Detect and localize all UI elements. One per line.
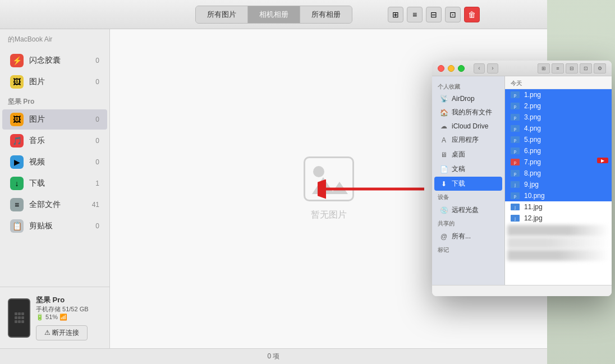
icon-view-button[interactable]: ⊞: [538, 63, 550, 73]
section-personal: 个人收藏: [432, 81, 504, 92]
file-icon-3: p: [511, 114, 520, 121]
finder-nav: ‹ ›: [474, 63, 498, 73]
section-tags: 标记: [432, 244, 504, 255]
tab-all-albums[interactable]: 所有相册: [300, 6, 352, 23]
file-name-12: 12.jpg: [524, 214, 543, 222]
file-icon-12: j: [511, 215, 520, 222]
today-header: 今天: [505, 76, 612, 89]
file-name-7: 7.png: [524, 158, 541, 166]
music-icon: 🎵: [10, 134, 24, 148]
file-1[interactable]: p 1.png: [505, 89, 612, 100]
device-info: 坚果 Pro 手机存储 51/52 GB 🔋 51% 📶 ⚠ 断开连接: [0, 287, 109, 348]
finder-item-airdrop[interactable]: 📡 AirDrop: [434, 93, 502, 105]
file-8[interactable]: p 8.png: [505, 168, 612, 179]
file-2[interactable]: p 2.png: [505, 100, 612, 112]
back-button[interactable]: ‹: [474, 63, 485, 73]
apps-icon: A: [440, 136, 448, 144]
file-5[interactable]: p 5.png: [505, 134, 612, 145]
file-name-6: 6.png: [524, 147, 541, 155]
photo-label: 图片: [29, 77, 90, 87]
file-name-2: 2.png: [524, 102, 541, 110]
device-row: 坚果 Pro 手机存储 51/52 GB 🔋 51% 📶 ⚠ 断开连接: [8, 295, 102, 340]
sidebar-item-photo2[interactable]: 🖼 图片 0: [2, 109, 107, 130]
finder-item-apps[interactable]: A 应用程序: [434, 133, 502, 147]
airdrop-icon: 📡: [440, 95, 448, 103]
section-shared: 共享的: [432, 218, 504, 229]
list-view-button2[interactable]: ≡: [552, 63, 564, 73]
sidebar-item-video[interactable]: ▶ 视频 0: [2, 152, 107, 172]
device-label: 的MacBook Air: [0, 29, 109, 50]
status-bar: 0 项: [0, 348, 547, 364]
column-view-button[interactable]: ⊟: [566, 63, 578, 73]
finder-item-allfiles[interactable]: 🏠 我的所有文件: [434, 105, 502, 119]
finder-more-button[interactable]: ⚙: [594, 63, 606, 73]
files-label: 全部文件: [29, 200, 86, 210]
download-count: 1: [95, 179, 99, 187]
finder-item-docs[interactable]: 📄 文稿: [434, 162, 502, 176]
file-10[interactable]: p 10.png: [505, 190, 612, 201]
video-label: 视频: [29, 157, 90, 167]
file-6[interactable]: p 6.png: [505, 145, 612, 156]
file-icon-7: p: [511, 159, 520, 165]
file-name-5: 5.png: [524, 136, 541, 144]
grid-view-button[interactable]: ⊞: [388, 7, 403, 22]
file-3[interactable]: p 3.png: [505, 112, 612, 123]
docs-label: 文稿: [452, 164, 465, 174]
placeholder-image-icon: [304, 156, 354, 201]
photo2-count: 0: [95, 116, 99, 123]
fullscreen-button[interactable]: [458, 65, 465, 72]
finder-item-remote[interactable]: 💿 远程光盘: [434, 203, 502, 217]
detail-view-button[interactable]: ⊟: [426, 7, 442, 22]
sidebar-item-download[interactable]: ↓ 下载 1: [2, 173, 107, 193]
device-storage: 手机存储 51/52 GB: [36, 305, 89, 314]
finder-item-all[interactable]: @ 所有...: [434, 229, 502, 243]
finder-titlebar: ‹ › ⊞ ≡ ⊟ ⊡ ⚙: [432, 61, 612, 76]
empty-text: 暂无图片: [311, 209, 347, 221]
docs-icon: 📄: [440, 165, 448, 173]
sidebar-item-photo[interactable]: 🖼 图片 0: [2, 72, 107, 92]
download-icon: ↓: [10, 177, 24, 190]
cover-view-button[interactable]: ⊡: [580, 63, 592, 73]
music-count: 0: [95, 137, 99, 145]
all-icon: @: [440, 233, 448, 241]
file-icon-10: p: [511, 192, 520, 199]
file-11[interactable]: j 11.jpg: [505, 201, 612, 213]
photo2-icon: 🖼: [10, 113, 24, 126]
delete-button[interactable]: 🗑: [464, 7, 480, 22]
file-icon-9: j: [511, 181, 520, 188]
sidebar-item-files[interactable]: ≡ 全部文件 41: [2, 195, 107, 215]
tab-camera-roll[interactable]: 相机相册: [248, 6, 300, 23]
minimize-button[interactable]: [448, 65, 455, 72]
file-7[interactable]: p 7.png ▶: [505, 156, 612, 168]
finder-item-downloads[interactable]: ⬇ 下载: [434, 177, 502, 191]
sidebar: 的MacBook Air ⚡ 闪念胶囊 0 🖼 图片 0 坚果 Pro 🖼 图片…: [0, 29, 110, 348]
sidebar-item-music[interactable]: 🎵 音乐 0: [2, 131, 107, 151]
file-icon-11: j: [511, 204, 520, 210]
finder-footer: [432, 285, 612, 296]
sidebar-item-flash[interactable]: ⚡ 闪念胶囊 0: [2, 50, 107, 71]
file-icon-4: p: [511, 125, 520, 132]
sidebar-item-clipboard[interactable]: 📋 剪贴板 0: [2, 216, 107, 236]
tab-all-photos[interactable]: 所有图片: [196, 6, 248, 23]
finder-item-icloud[interactable]: ☁ iCloud Drive: [434, 120, 502, 132]
file-7-indicator: ▶: [597, 158, 608, 163]
flash-label: 闪念胶囊: [29, 56, 90, 66]
all-label: 所有...: [452, 232, 471, 241]
file-4[interactable]: p 4.png: [505, 123, 612, 134]
split-view-button[interactable]: ⊡: [445, 7, 461, 22]
files-count: 41: [92, 201, 99, 209]
forward-button[interactable]: ›: [487, 63, 498, 73]
finder-item-desktop[interactable]: 🖥 桌面: [434, 148, 502, 162]
finder-window: ‹ › ⊞ ≡ ⊟ ⊡ ⚙ 个人收藏 📡 AirDrop 🏠 我的所有文件 ☁: [432, 61, 612, 296]
device-phone-icon: [8, 298, 30, 338]
device-name: 坚果 Pro: [36, 295, 89, 305]
list-view-button[interactable]: ≡: [407, 7, 423, 22]
file-icon-5: p: [511, 136, 520, 143]
file-icon-1: p: [511, 91, 520, 98]
file-name-1: 1.png: [524, 91, 541, 99]
file-12[interactable]: j 12.jpg: [505, 213, 612, 224]
close-button[interactable]: [438, 65, 444, 72]
file-name-11: 11.jpg: [524, 203, 543, 211]
file-9[interactable]: j 9.jpg: [505, 179, 612, 190]
disconnect-button[interactable]: ⚠ 断开连接: [36, 325, 88, 340]
